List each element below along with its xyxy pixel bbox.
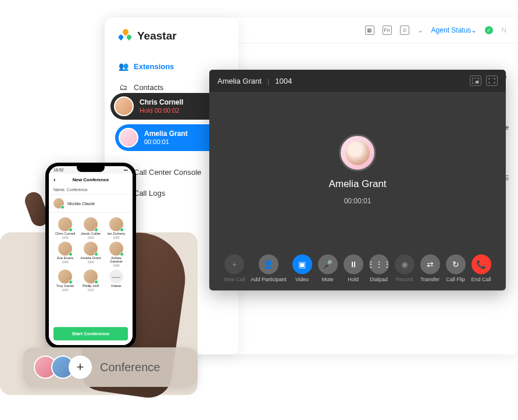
call-avatar <box>339 134 376 171</box>
start-conference-button[interactable]: Start Conference <box>53 327 128 340</box>
nav-label: Extensions <box>134 62 174 71</box>
call-control-dialpad[interactable]: ⋮⋮⋮Dialpad <box>369 254 389 282</box>
avatar <box>114 96 134 116</box>
phone-title: New Conference <box>73 177 109 182</box>
bubble-name: Amelia Grant <box>144 130 188 138</box>
status-online-icon[interactable]: ✓ <box>485 26 493 34</box>
first-participant[interactable]: Nicolas Claude <box>49 195 133 213</box>
call-header-name: Amelia Grant <box>217 77 262 85</box>
call-control-record: ◉Record <box>395 254 415 282</box>
divider: | <box>267 77 269 85</box>
add-participant-icon[interactable]: + <box>69 356 92 379</box>
participant-cell[interactable]: Amelia Grant1004 <box>79 242 102 267</box>
call-control-add-participant[interactable]: 👤Add Participant <box>251 254 286 282</box>
people-icon: 👥 <box>119 62 128 71</box>
participant-cell[interactable]: Troy Daniel1010 <box>53 270 77 292</box>
call-control-hold[interactable]: ⏸Hold <box>344 254 363 282</box>
call-body: Amelia Grant 00:00:01 <box>209 92 506 247</box>
phone-titlebar: ‹ New Conference <box>49 174 133 185</box>
bubble-status: 00:00:01 <box>144 138 188 146</box>
delete-participant[interactable]: —Delete <box>105 270 128 292</box>
call-panel: Amelia Grant | 1004 Amelia Grant 00:00:0… <box>209 70 506 290</box>
fullscreen-icon[interactable] <box>486 76 498 86</box>
conference-avatars: + <box>34 356 92 379</box>
participant-cell[interactable]: Zoe Evans1006 <box>53 242 77 267</box>
call-controls: +New Call👤Add Participant▣Video🎤Mute⏸Hol… <box>209 247 506 290</box>
bubble-status: Hold 00:00:02 <box>140 107 183 114</box>
call-header: Amelia Grant | 1004 <box>209 70 506 92</box>
avatar <box>53 198 64 209</box>
conference-name-row[interactable]: Name: Conference <box>49 185 133 195</box>
brand: Yeastar <box>105 17 238 52</box>
fn-icon[interactable]: Fn <box>383 26 392 35</box>
brand-name: Yeastar <box>137 30 177 42</box>
participant-cell[interactable]: Phillip Huff1013 <box>79 270 102 292</box>
participant-cell[interactable]: Chris Cornell1002 <box>53 217 77 239</box>
call-control-end-call[interactable]: 📞End Call <box>471 254 491 282</box>
avatar <box>119 128 138 148</box>
phone-notch <box>77 166 105 172</box>
svg-rect-1 <box>476 81 478 83</box>
back-icon[interactable]: ‹ <box>53 176 56 183</box>
participant-grid: Chris Cornell1002Jacob Collier1003Ian Do… <box>49 213 133 322</box>
participant-cell[interactable]: Ian Doherty1005 <box>105 217 128 239</box>
conference-label: Conference <box>100 361 160 374</box>
brand-logo-icon <box>119 29 133 43</box>
call-timer: 00:00:01 <box>344 197 371 205</box>
participant-name: Nicolas Claude <box>67 202 95 206</box>
nav-label: Contacts <box>134 83 163 92</box>
call-control-call-flip[interactable]: ↻Call Flip <box>446 254 466 282</box>
participant-cell[interactable]: Jacob Collier1003 <box>79 217 102 239</box>
call-control-new-call: +New Call <box>224 254 245 282</box>
contact-icon: 🗂 <box>119 82 128 92</box>
pip-icon[interactable] <box>470 76 481 86</box>
monitor-chevron-icon[interactable]: ⌄ <box>417 26 423 34</box>
notification-icon[interactable]: N <box>501 26 506 34</box>
qr-icon[interactable]: ▦ <box>365 26 374 35</box>
bubble-name: Chris Cornell <box>140 98 183 106</box>
agent-status-dropdown[interactable]: Agent Status⌄ <box>431 26 477 34</box>
participant-cell[interactable]: Ashley Gardner1009 <box>105 242 128 267</box>
call-control-transfer[interactable]: ⇄Transfer <box>420 254 440 282</box>
call-header-ext: 1004 <box>275 77 292 85</box>
call-control-mute[interactable]: 🎤Mute <box>318 254 338 282</box>
call-name: Amelia Grant <box>328 178 386 190</box>
conference-pill[interactable]: + Conference <box>23 347 198 387</box>
call-control-video[interactable]: ▣Video <box>292 254 312 282</box>
monitor-icon[interactable]: ⎚ <box>400 26 409 35</box>
